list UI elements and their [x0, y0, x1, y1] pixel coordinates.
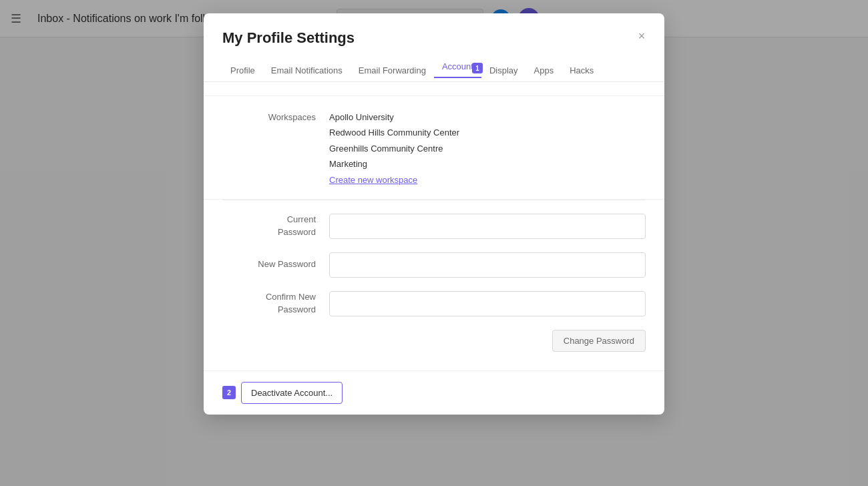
create-workspace-link[interactable]: Create new workspace [329, 175, 417, 185]
tab-hacks[interactable]: Hacks [562, 60, 602, 82]
workspace-item: Redwood Hills Community Center [329, 125, 646, 140]
current-password-label: CurrentPassword [222, 214, 316, 238]
current-password-row: CurrentPassword [222, 214, 646, 239]
modal-title: My Profile Settings [222, 29, 646, 47]
workspace-label: Workspaces [222, 109, 316, 122]
current-password-input[interactable] [329, 214, 646, 239]
close-button[interactable]: × [632, 27, 651, 45]
tab-apps[interactable]: Apps [526, 60, 562, 82]
modal-body: Workspaces Apollo University Redwood Hil… [204, 82, 664, 371]
new-password-input[interactable] [329, 252, 646, 278]
new-password-row: New Password [222, 252, 646, 278]
workspaces-section: Workspaces Apollo University Redwood Hil… [204, 96, 664, 200]
tab-profile[interactable]: Profile [222, 60, 263, 82]
workspace-item: Marketing [329, 156, 646, 172]
tab-email-forwarding[interactable]: Email Forwarding [351, 60, 434, 82]
profile-settings-modal: My Profile Settings × Profile Email Noti… [204, 13, 664, 415]
workspace-item: Greenhills Community Centre [329, 141, 646, 156]
new-password-label: New Password [222, 258, 316, 270]
deactivate-wrapper: 2 Deactivate Account... [222, 382, 343, 404]
password-section: CurrentPassword New Password Confirm New… [204, 200, 664, 371]
workspace-list: Apollo University Redwood Hills Communit… [329, 109, 646, 186]
modal-overlay: My Profile Settings × Profile Email Noti… [0, 0, 868, 486]
modal-footer: 2 Deactivate Account... [204, 371, 664, 415]
tab-account-wrapper: Account 1 [434, 60, 481, 81]
annotation-badge-2: 2 [222, 386, 236, 399]
workspace-row: Workspaces Apollo University Redwood Hil… [222, 109, 646, 186]
deactivate-account-button[interactable]: Deactivate Account... [241, 382, 343, 404]
tabs-bar: Profile Email Notifications Email Forwar… [204, 60, 664, 82]
top-partial-content [204, 82, 664, 96]
workspace-item: Apollo University [329, 109, 646, 125]
confirm-password-row: Confirm NewPassword [222, 291, 646, 316]
tab-email-notifications[interactable]: Email Notifications [263, 60, 351, 82]
confirm-password-label: Confirm NewPassword [222, 291, 316, 315]
change-password-btn-row: Change Password [222, 330, 646, 352]
change-password-button[interactable]: Change Password [552, 330, 646, 352]
tab-display[interactable]: Display [481, 60, 526, 82]
modal-header: My Profile Settings × [204, 13, 664, 57]
confirm-password-input[interactable] [329, 291, 646, 316]
